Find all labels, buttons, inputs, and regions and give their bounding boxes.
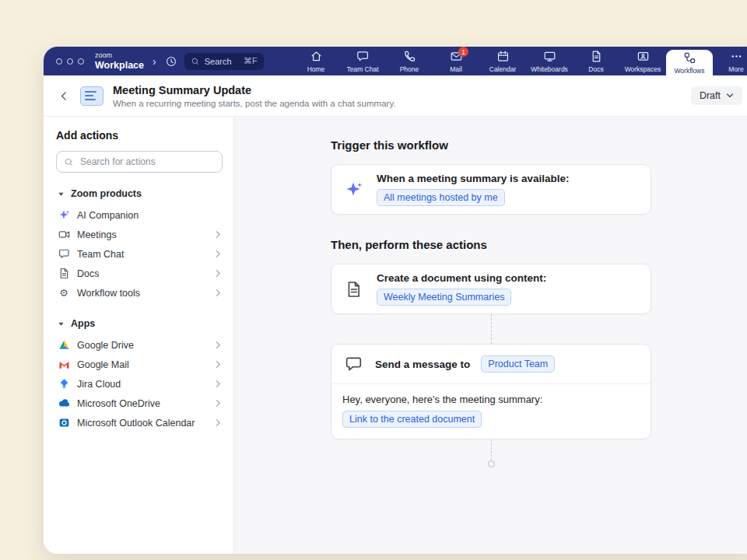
action-document-text: Create a document using content: bbox=[377, 272, 546, 284]
caret-down-icon bbox=[58, 320, 65, 327]
nav-item-docs[interactable]: Docs bbox=[573, 47, 619, 75]
history-icon[interactable] bbox=[165, 55, 177, 68]
section-header-zoom-products[interactable]: Zoom products bbox=[56, 187, 223, 201]
search-icon bbox=[191, 57, 200, 66]
nav-item-home[interactable]: Home bbox=[293, 47, 339, 75]
home-icon bbox=[310, 50, 323, 63]
window-controls[interactable] bbox=[56, 58, 84, 65]
message-link-tag[interactable]: Link to the created document bbox=[342, 411, 482, 428]
nav-item-more[interactable]: More bbox=[713, 47, 747, 75]
sidebar-item-label: Google Drive bbox=[77, 340, 209, 351]
sidebar-item-docs[interactable]: Docs bbox=[56, 264, 223, 283]
document-content-tag[interactable]: Weekly Meeting Summaries bbox=[377, 289, 511, 306]
nav-label: Workflows bbox=[674, 67, 704, 75]
chat-bubble-icon bbox=[58, 248, 70, 261]
sidebar-item-label: AI Companion bbox=[77, 210, 221, 221]
message-recipient-tag[interactable]: Product Team bbox=[481, 355, 555, 373]
search-shortcut: ⌘F bbox=[244, 56, 258, 66]
ai-sparkle-icon bbox=[344, 180, 364, 199]
nav-item-team-chat[interactable]: Team Chat bbox=[339, 47, 386, 75]
actions-sidebar: Add actions Zoom products AI Companion bbox=[44, 117, 234, 554]
jira-icon bbox=[58, 378, 70, 390]
section-header-apps[interactable]: Apps bbox=[56, 317, 223, 331]
nav-item-workflows[interactable]: Workflows bbox=[666, 50, 713, 75]
nav-item-whiteboards[interactable]: Whiteboards bbox=[526, 47, 573, 75]
sidebar-item-jira-cloud[interactable]: Jira Cloud bbox=[56, 374, 223, 394]
nav-label: Calendar bbox=[489, 65, 517, 73]
sidebar-item-microsoft-outlook-calendar[interactable]: Microsoft Outlook Calendar bbox=[56, 413, 223, 432]
global-search[interactable]: Search ⌘F bbox=[184, 53, 264, 70]
window-control-dot[interactable] bbox=[67, 58, 73, 65]
chevron-right-icon bbox=[216, 289, 221, 297]
action-card-send-message[interactable]: Send a message to Product Team Hey, ever… bbox=[331, 344, 651, 439]
sidebar-item-ai-companion[interactable]: AI Companion bbox=[56, 205, 223, 225]
sidebar-item-google-mail[interactable]: Google Mail bbox=[56, 355, 223, 374]
sidebar-item-label: Microsoft OneDrive bbox=[77, 398, 209, 409]
chevron-left-icon bbox=[58, 89, 71, 103]
document-icon bbox=[344, 280, 364, 299]
message-body-text: Hey, everyone, here's the meeting summar… bbox=[342, 394, 640, 405]
sidebar-item-label: Workflow tools bbox=[77, 288, 209, 299]
workspaces-icon bbox=[637, 50, 650, 63]
nav-item-mail[interactable]: Mail 1 bbox=[433, 47, 479, 75]
trigger-text: When a meeting summary is available: bbox=[377, 173, 570, 184]
page-subtitle: When a recurring meeting starts, post th… bbox=[113, 99, 396, 108]
sidebar-item-meetings[interactable]: Meetings bbox=[56, 225, 223, 244]
calendar-icon bbox=[496, 50, 510, 63]
chevron-right-icon bbox=[216, 418, 221, 427]
nav-label: Mail bbox=[450, 65, 462, 73]
nav-label: Phone bbox=[400, 65, 419, 73]
sidebar-item-label: Docs bbox=[77, 268, 209, 279]
sidebar-item-microsoft-onedrive[interactable]: Microsoft OneDrive bbox=[56, 394, 223, 413]
chevron-right-icon bbox=[216, 360, 221, 369]
window-control-dot[interactable] bbox=[78, 58, 84, 65]
nav-label: Workspaces bbox=[625, 65, 661, 73]
app-window: zoom Workplace › Search ⌘F Home Team Cha… bbox=[44, 47, 747, 554]
sidebar-item-label: Google Mail bbox=[77, 359, 209, 370]
section-label: Apps bbox=[71, 318, 95, 329]
actions-search[interactable] bbox=[56, 151, 223, 173]
sidebar-item-google-drive[interactable]: Google Drive bbox=[56, 335, 223, 355]
trigger-card[interactable]: When a meeting summary is available: All… bbox=[331, 164, 651, 215]
nav-label: More bbox=[728, 65, 743, 73]
nav-item-phone[interactable]: Phone bbox=[386, 47, 433, 75]
window-control-dot[interactable] bbox=[56, 58, 62, 65]
action-card-create-document[interactable]: Create a document using content: Weekly … bbox=[331, 264, 651, 314]
section-label: Zoom products bbox=[71, 188, 142, 199]
whiteboard-icon bbox=[543, 50, 556, 63]
nav-label: Docs bbox=[588, 65, 603, 73]
chevron-down-icon bbox=[726, 92, 734, 100]
chevron-right-icon bbox=[216, 380, 221, 388]
workflow-connector bbox=[491, 314, 492, 344]
chevron-right-icon bbox=[216, 269, 221, 278]
workflow-connector bbox=[491, 439, 492, 460]
draft-status-dropdown[interactable]: Draft bbox=[691, 86, 742, 105]
nav-item-workspaces[interactable]: Workspaces bbox=[619, 47, 666, 75]
sidebar-item-label: Meetings bbox=[77, 229, 209, 240]
document-icon bbox=[58, 268, 70, 280]
nav-label: Home bbox=[307, 65, 325, 73]
trigger-heading: Trigger this workflow bbox=[331, 138, 651, 152]
gear-icon: ⚙ bbox=[58, 287, 70, 299]
trigger-scope-tag[interactable]: All meetings hosted by me bbox=[377, 189, 505, 206]
page-title: Meeting Summary Update bbox=[113, 84, 396, 96]
phone-icon bbox=[403, 50, 416, 63]
sidebar-item-team-chat[interactable]: Team Chat bbox=[56, 244, 223, 264]
top-nav: zoom Workplace › Search ⌘F Home Team Cha… bbox=[44, 47, 747, 75]
add-step-node[interactable] bbox=[488, 460, 495, 467]
section-zoom-products: Zoom products AI Companion Meetings bbox=[56, 187, 223, 303]
sidebar-item-label: Microsoft Outlook Calendar bbox=[77, 418, 209, 429]
actions-search-input[interactable] bbox=[79, 156, 215, 168]
outlook-icon bbox=[58, 417, 70, 429]
mail-badge: 1 bbox=[458, 47, 468, 57]
nav-forward-chevron[interactable]: › bbox=[151, 56, 158, 67]
nav-item-calendar[interactable]: Calendar bbox=[479, 47, 526, 75]
chat-icon bbox=[356, 50, 370, 63]
sidebar-item-workflow-tools[interactable]: ⚙ Workflow tools bbox=[56, 283, 223, 303]
workflow-header: Meeting Summary Update When a recurring … bbox=[44, 75, 747, 117]
nav-tabs: Home Team Chat Phone Mail 1 Calendar bbox=[293, 47, 747, 75]
message-bubble-icon bbox=[344, 355, 364, 373]
back-button[interactable] bbox=[58, 89, 71, 103]
workflow-canvas: Trigger this workflow When a meeting sum… bbox=[234, 117, 747, 554]
chevron-right-icon bbox=[216, 399, 221, 408]
